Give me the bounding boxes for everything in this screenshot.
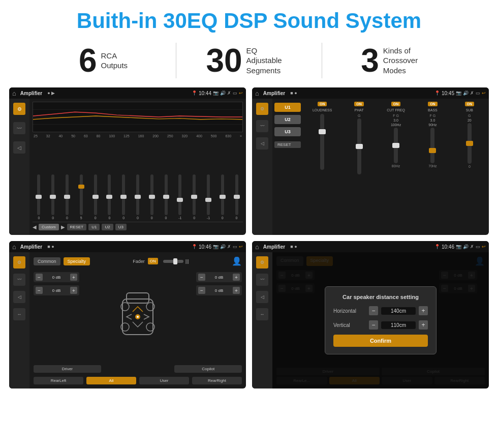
eq-slider-track-7[interactable] bbox=[136, 174, 139, 215]
modal-plus-horizontal[interactable]: + bbox=[419, 306, 428, 315]
amp-reset-btn[interactable]: RESET bbox=[274, 141, 301, 148]
tab-common[interactable]: Common bbox=[34, 257, 60, 265]
eq-slider-thumb-0[interactable] bbox=[36, 195, 42, 199]
amp-thumb-sub[interactable] bbox=[466, 141, 473, 146]
db-plus-fl[interactable]: + bbox=[70, 274, 77, 281]
modal-minus-vertical[interactable]: − bbox=[369, 320, 378, 330]
eq-slider-track-2[interactable] bbox=[66, 174, 69, 215]
eq-wave-icon[interactable]: 〰 bbox=[13, 122, 25, 134]
amp-slider-bass[interactable] bbox=[430, 128, 434, 163]
eq-filter-icon[interactable]: ⚙ bbox=[13, 103, 25, 115]
dialog-lr-icon[interactable]: ↔ bbox=[256, 308, 268, 320]
amp-thumb-loudness[interactable] bbox=[319, 129, 326, 134]
db-plus-rl[interactable]: + bbox=[70, 287, 77, 294]
db-minus-fl[interactable]: − bbox=[36, 274, 43, 281]
db-plus-fr[interactable]: + bbox=[233, 274, 240, 281]
modal-plus-vertical[interactable]: + bbox=[419, 320, 428, 330]
common-lr-icon[interactable]: ↔ bbox=[13, 308, 25, 320]
common-wave-icon[interactable]: 〰 bbox=[13, 274, 25, 286]
db-minus-fr[interactable]: − bbox=[198, 274, 205, 281]
eq-btn-u2[interactable]: U2 bbox=[102, 224, 113, 230]
eq-btn-u1[interactable]: U1 bbox=[88, 224, 100, 230]
eq-slider-track-4[interactable] bbox=[94, 174, 97, 215]
eq-slider-thumb-13[interactable] bbox=[220, 195, 226, 199]
amp-ch-u3[interactable]: U3 bbox=[274, 127, 301, 136]
dialog-filter-icon[interactable]: ⚙ bbox=[256, 256, 268, 268]
db-minus-rr[interactable]: − bbox=[198, 287, 205, 294]
fader-slider[interactable]: ||| bbox=[163, 259, 189, 264]
db-plus-rr[interactable]: + bbox=[233, 287, 240, 294]
eq-slider-track-6[interactable] bbox=[122, 174, 125, 215]
eq-slider-track-0[interactable] bbox=[37, 174, 40, 215]
eq-vol-icon[interactable]: ◁ bbox=[13, 141, 25, 154]
eq-slider-thumb-2[interactable] bbox=[64, 195, 70, 199]
amp-slider-phat[interactable] bbox=[357, 118, 361, 174]
eq-play-icon[interactable]: ▶ bbox=[61, 224, 65, 230]
eq-slider-track-1[interactable] bbox=[51, 174, 54, 215]
eq-slider-thumb-7[interactable] bbox=[135, 195, 141, 199]
eq-slider-track-14[interactable] bbox=[235, 174, 238, 215]
btn-user[interactable]: User bbox=[139, 377, 189, 384]
amp-thumb-phat[interactable] bbox=[356, 144, 363, 149]
eq-slider-thumb-12[interactable] bbox=[205, 198, 211, 202]
dialog-vol-icon[interactable]: ◁ bbox=[256, 291, 268, 303]
back-icon-3[interactable]: ↩ bbox=[239, 244, 243, 249]
home-icon-2[interactable]: ⌂ bbox=[255, 89, 259, 97]
modal-minus-horizontal[interactable]: − bbox=[369, 306, 378, 315]
eq-slider-thumb-9[interactable] bbox=[163, 195, 169, 199]
eq-slider-thumb-8[interactable] bbox=[149, 195, 155, 199]
eq-slider-thumb-14[interactable] bbox=[234, 195, 240, 199]
btn-rearright[interactable]: RearRight bbox=[192, 377, 242, 384]
btn-rearleft[interactable]: RearLeft bbox=[34, 377, 83, 384]
eq-slider-track-11[interactable] bbox=[193, 174, 196, 215]
eq-slider-track-12[interactable] bbox=[207, 174, 210, 215]
eq-prev-icon[interactable]: ◀ bbox=[33, 224, 37, 230]
back-icon-2[interactable]: ↩ bbox=[482, 91, 486, 96]
dialog-wave-icon[interactable]: 〰 bbox=[256, 274, 268, 286]
eq-slider-track-13[interactable] bbox=[221, 174, 224, 215]
home-icon-4[interactable]: ⌂ bbox=[255, 243, 259, 251]
amp-ch-u2[interactable]: U2 bbox=[274, 115, 301, 124]
eq-slider-track-3[interactable] bbox=[80, 174, 83, 215]
amp-on-bass[interactable]: ON bbox=[428, 102, 438, 106]
eq-slider-thumb-4[interactable] bbox=[92, 195, 99, 199]
eq-btn-reset[interactable]: RESET bbox=[67, 224, 87, 230]
amp-on-sub[interactable]: ON bbox=[465, 102, 475, 106]
eq-slider-thumb-10[interactable] bbox=[177, 198, 183, 202]
home-icon-3[interactable]: ⌂ bbox=[12, 243, 16, 251]
eq-slider-thumb-1[interactable] bbox=[50, 195, 56, 199]
back-icon-4[interactable]: ↩ bbox=[482, 244, 486, 249]
amp-ch-u1[interactable]: U1 bbox=[274, 103, 301, 112]
btn-all[interactable]: All bbox=[86, 377, 136, 384]
home-icon-1[interactable]: ⌂ bbox=[12, 89, 16, 97]
db-minus-rl[interactable]: − bbox=[36, 287, 43, 294]
amp-on-phat[interactable]: ON bbox=[354, 102, 364, 106]
btn-driver[interactable]: Driver bbox=[34, 365, 101, 373]
amp-slider-cutfreq[interactable] bbox=[394, 128, 398, 163]
eq-slider-thumb-3[interactable] bbox=[78, 185, 84, 189]
common-vol-icon[interactable]: ◁ bbox=[13, 291, 25, 303]
amp-vol-icon[interactable]: ◁ bbox=[256, 137, 268, 150]
amp-on-cutfreq[interactable]: ON bbox=[391, 102, 401, 106]
eq-slider-track-10[interactable] bbox=[178, 174, 181, 215]
back-icon-1[interactable]: ↩ bbox=[239, 91, 243, 96]
eq-btn-u3[interactable]: U3 bbox=[115, 224, 127, 230]
confirm-button[interactable]: Confirm bbox=[333, 335, 428, 347]
tab-specialty[interactable]: Specialty bbox=[64, 257, 90, 265]
amp-wave-icon[interactable]: 〰 bbox=[256, 120, 268, 132]
eq-slider-track-9[interactable] bbox=[165, 174, 168, 215]
amp-thumb-bass[interactable] bbox=[429, 148, 436, 153]
eq-slider-thumb-11[interactable] bbox=[191, 195, 197, 199]
common-filter-icon[interactable]: ⚙ bbox=[13, 256, 25, 268]
fader-on[interactable]: ON bbox=[148, 258, 158, 264]
eq-slider-track-5[interactable] bbox=[108, 174, 111, 215]
eq-slider-track-8[interactable] bbox=[150, 174, 153, 215]
amp-thumb-cutfreq[interactable] bbox=[392, 143, 399, 148]
btn-copilot[interactable]: Copilot bbox=[174, 365, 242, 373]
eq-slider-thumb-5[interactable] bbox=[106, 195, 112, 199]
amp-slider-sub[interactable] bbox=[468, 123, 472, 164]
amp-filter-icon[interactable]: ⚙ bbox=[256, 103, 268, 115]
amp-on-loudness[interactable]: ON bbox=[318, 102, 327, 106]
eq-slider-thumb-6[interactable] bbox=[120, 195, 127, 199]
amp-slider-loudness[interactable] bbox=[320, 114, 324, 170]
